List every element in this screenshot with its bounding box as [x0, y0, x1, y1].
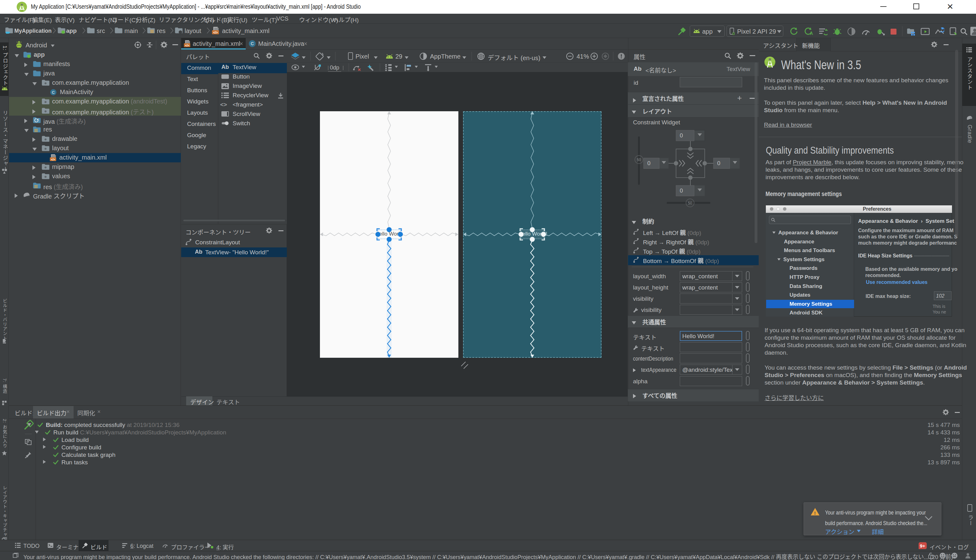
- svg-text:C: C: [52, 90, 55, 95]
- svg-text:0: 0: [680, 188, 683, 194]
- svg-text:0: 0: [680, 132, 683, 139]
- svg-text:50: 50: [688, 201, 692, 205]
- svg-text:0: 0: [717, 160, 720, 167]
- svg-text:A: A: [810, 31, 813, 36]
- svg-text:C: C: [251, 41, 254, 46]
- svg-text:</>: </>: [51, 158, 55, 161]
- svg-text:</>: </>: [185, 44, 189, 47]
- svg-text:0: 0: [647, 160, 650, 167]
- svg-text:50: 50: [637, 158, 641, 162]
- svg-text:</>: </>: [213, 31, 218, 34]
